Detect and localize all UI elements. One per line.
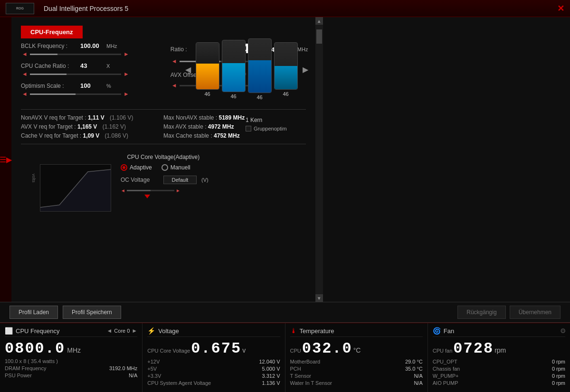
oc-slider-left[interactable]: ◄ — [121, 188, 125, 193]
voltage-chart — [40, 164, 111, 212]
ratio-slider-left[interactable]: ◄ — [171, 58, 178, 65]
oc-slider-fill — [127, 190, 151, 191]
cpu-freq-sub-value: 100.0 x 8 ( 35.4 watts ) — [5, 358, 137, 364]
cpu-freq-section: BCLK Frequency : 100.00 MHz ◄ ► — [11, 38, 315, 220]
manuell-radio[interactable]: Manuell — [162, 164, 190, 171]
scroll-down-button[interactable]: ▼ — [315, 294, 323, 302]
optimism-value: 100 — [80, 82, 104, 89]
oc-voltage-input[interactable] — [163, 176, 197, 184]
monitoring-bar: ⬜ CPU Frequency ◄ Core 0 ► 0800.0 MHz 10… — [0, 323, 570, 392]
fan-settings-icon[interactable]: ⚙ — [560, 327, 566, 335]
plus12-value: 12.040 V — [259, 359, 280, 364]
avx-slider-left[interactable]: ◄ — [171, 82, 178, 89]
cache-ratio-slider-right[interactable]: ► — [123, 71, 130, 77]
voltage-monitor-title: ⚡ Voltage — [147, 327, 280, 337]
cylinder-3: 46 — [248, 38, 272, 100]
ubernehmen-button[interactable]: Übernehmen — [510, 306, 560, 319]
temperature-monitor-panel: 🌡 Temperature CPU 032.0 °C MotherBoard 2… — [285, 323, 428, 392]
scroll-track[interactable] — [315, 25, 323, 294]
core-nav-right[interactable]: ► — [132, 327, 137, 334]
scroll-up-button[interactable]: ▲ — [315, 17, 323, 25]
cpu-freq-big-unit: MHz — [67, 346, 81, 354]
cpu-opt-row: CPU_OPT 0 rpm — [433, 359, 565, 364]
cache-v-label: Cache V req for Target : 1,09 V (1.086 V… — [21, 132, 154, 139]
fan-monitor-icon: 🌀 — [433, 327, 441, 335]
kern-checkbox-row[interactable]: Gruppenoptim — [246, 126, 287, 131]
cache-ratio-slider-fill — [30, 74, 66, 75]
profil-speichern-button[interactable]: Profil Speichern — [63, 306, 121, 319]
fan-monitor-title: 🌀 Fan — [433, 327, 565, 337]
t-sensor-row: T Sensor N/A — [290, 373, 423, 379]
bclk-slider-right[interactable]: ► — [123, 51, 130, 57]
cylinders-right-arrow[interactable]: ▶ — [300, 65, 311, 74]
optimism-label: Optimism Scale : — [21, 83, 78, 89]
profil-laden-button[interactable]: Profil Laden — [10, 306, 58, 319]
pch-temp-value: 35.0 °C — [405, 366, 423, 372]
bclk-slider-left[interactable]: ◄ — [21, 51, 28, 57]
title-bar: ROG Dual Intelligent Processors 5 ✕ — [0, 0, 570, 17]
cache-ratio-slider-left[interactable]: ◄ — [21, 71, 28, 77]
optimism-slider-left[interactable]: ◄ — [21, 91, 28, 97]
tab-area: CPU-Frequenz — [11, 17, 315, 38]
rog-logo: ROG — [6, 3, 34, 14]
fan-big-value-row: CPU fan 0728 rpm — [433, 340, 565, 357]
close-button[interactable]: ✕ — [557, 3, 564, 14]
bclk-label: BCLK Frequency : — [21, 43, 78, 49]
plus12-row: +12V 12.040 V — [147, 359, 280, 364]
fan-cpu-value: 0728 — [453, 340, 494, 357]
cylinders-left-arrow[interactable]: ◀ — [183, 65, 193, 74]
w-pump-row: W_PUMP+ 0 rpm — [433, 373, 565, 379]
optimism-slider[interactable]: ◄ ► — [21, 91, 130, 97]
cylinder-1-top — [196, 43, 219, 64]
water-temp-row: Water In T Sensor N/A — [290, 380, 423, 386]
main-container: ☰▶ CPU-Frequenz BCLK Frequency : 100.00 — [0, 17, 570, 302]
cpu-freq-monitor-icon: ⬜ — [5, 327, 13, 335]
content-wrapper: CPU-Frequenz BCLK Frequency : 100.00 MHz — [11, 17, 323, 302]
core-nav-left[interactable]: ◄ — [106, 327, 112, 334]
max-avx-label: Max AVX stable : 4972 MHz — [163, 123, 234, 130]
cache-ratio-slider[interactable]: ◄ ► — [21, 71, 130, 77]
oc-slider-right[interactable]: ► — [176, 188, 180, 193]
kern-checkbox-box[interactable] — [246, 126, 251, 131]
app-title: Dual Intelligent Processors 5 — [44, 5, 128, 12]
voltage-chart-wrapper: volts — [40, 164, 111, 212]
cpu-freq-big-value-row: 0800.0 MHz — [5, 340, 137, 357]
plus33-row: +3.3V 3.312 V — [147, 373, 280, 379]
ruckgangig-button[interactable]: Rückgängig — [457, 306, 505, 319]
sidebar-expand-button[interactable]: ☰▶ — [0, 17, 11, 302]
oc-slider-track[interactable] — [127, 190, 174, 191]
adaptive-radio[interactable]: Adaptive — [121, 164, 152, 171]
cylinder-3-fill — [248, 60, 271, 93]
voltage-monitor-panel: ⚡ Voltage CPU Core Voltage 0.675 v +12V … — [142, 323, 285, 392]
scroll-thumb[interactable] — [316, 29, 322, 44]
oc-voltage-row: OC Voltage (V) — [121, 176, 296, 184]
chassis-fan-value: 0 rpm — [552, 366, 565, 372]
voltage-chart-svg — [40, 165, 111, 212]
cpu-opt-value: 0 rpm — [552, 359, 565, 364]
freq-left-col: BCLK Frequency : 100.00 MHz ◄ ► — [21, 42, 156, 102]
bottom-buttons-bar: Profil Laden Profil Speichern Rückgängig… — [0, 302, 570, 323]
core-nav[interactable]: ◄ Core 0 ► — [106, 327, 137, 334]
oc-slider[interactable]: ◄ ► — [121, 188, 296, 193]
cache-ratio-unit: X — [106, 63, 110, 69]
main-content: CPU-Frequenz BCLK Frequency : 100.00 MHz — [11, 17, 315, 302]
cpu-frequenz-tab[interactable]: CPU-Frequenz — [21, 26, 83, 38]
bclk-slider[interactable]: ◄ ► — [21, 51, 130, 57]
triangle-marker-area — [121, 195, 296, 198]
rog-logo-text: ROG — [16, 7, 24, 10]
manuell-label: Manuell — [171, 164, 190, 171]
cpu-freq-big-value: 0800.0 — [5, 340, 65, 357]
aio-pump-value: 0 rpm — [552, 380, 565, 386]
bclk-slider-track[interactable] — [30, 54, 121, 55]
right-scrollbar[interactable]: ▲ ▼ — [315, 17, 323, 302]
manuell-radio-circle — [162, 164, 168, 171]
kern-section: 1 Kern Gruppenoptim — [246, 117, 287, 131]
sidebar-arrow-icon: ☰▶ — [0, 155, 12, 164]
triangle-marker-down — [144, 195, 150, 198]
cpu-freq-monitor-title: ⬜ CPU Frequency ◄ Core 0 ► — [5, 327, 137, 337]
optimism-slider-track[interactable] — [30, 93, 121, 95]
dram-freq-value: 3192.0 MHz — [109, 365, 137, 371]
optimism-slider-right[interactable]: ► — [123, 91, 130, 97]
cache-ratio-slider-track[interactable] — [30, 74, 121, 75]
temp-cpu-unit: °C — [353, 346, 361, 354]
